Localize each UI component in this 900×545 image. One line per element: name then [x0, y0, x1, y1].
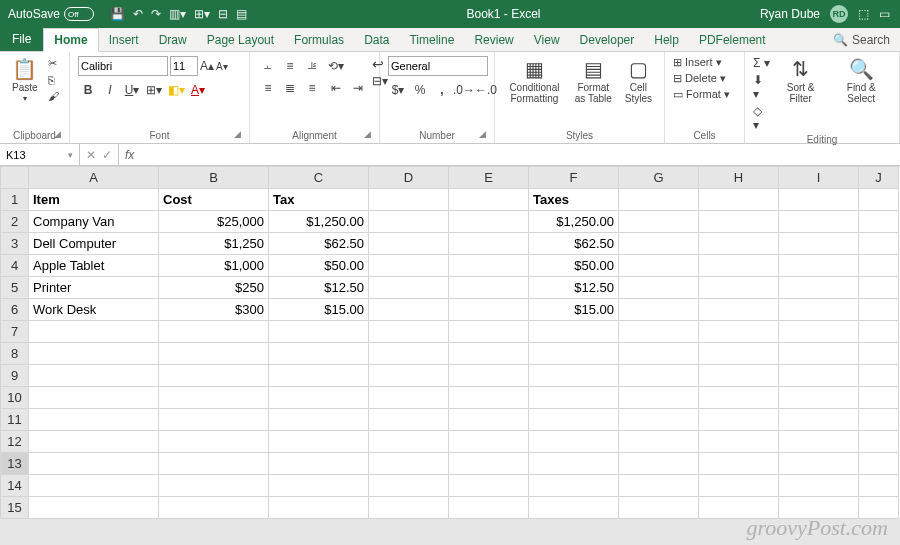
cell[interactable] — [29, 387, 159, 409]
cell[interactable]: $1,000 — [159, 255, 269, 277]
cell[interactable] — [529, 453, 619, 475]
fill-button[interactable]: ⬇ ▾ — [753, 73, 770, 101]
tab-draw[interactable]: Draw — [149, 29, 197, 51]
cell[interactable] — [619, 365, 699, 387]
column-header[interactable]: F — [529, 167, 619, 189]
cell[interactable] — [699, 211, 779, 233]
cell[interactable] — [29, 321, 159, 343]
cell[interactable]: $50.00 — [269, 255, 369, 277]
cell[interactable] — [529, 497, 619, 519]
autosum-button[interactable]: Σ ▾ — [753, 56, 770, 70]
cell-styles-button[interactable]: ▢Cell Styles — [621, 56, 656, 106]
paste-button[interactable]: 📋Paste▾ — [8, 56, 42, 106]
row-header[interactable]: 6 — [1, 299, 29, 321]
cell[interactable] — [269, 387, 369, 409]
cell[interactable] — [369, 431, 449, 453]
cell[interactable] — [699, 255, 779, 277]
row-header[interactable]: 7 — [1, 321, 29, 343]
align-top-icon[interactable]: ⫠ — [258, 56, 278, 76]
cell[interactable] — [369, 453, 449, 475]
qat-icon-3[interactable]: ⊟ — [218, 7, 228, 21]
fill-color-button[interactable]: ◧▾ — [166, 80, 186, 100]
cell[interactable] — [619, 255, 699, 277]
cut-icon[interactable]: ✂ — [46, 56, 61, 71]
cell[interactable] — [449, 409, 529, 431]
decrease-font-icon[interactable]: A▾ — [216, 61, 228, 72]
cell[interactable] — [529, 343, 619, 365]
row-header[interactable]: 1 — [1, 189, 29, 211]
cell[interactable] — [369, 233, 449, 255]
cell[interactable] — [369, 189, 449, 211]
cell[interactable] — [619, 321, 699, 343]
number-format-select[interactable] — [388, 56, 488, 76]
window-controls-icon[interactable]: ▭ — [879, 7, 890, 21]
format-as-table-button[interactable]: ▤Format as Table — [570, 56, 617, 106]
tab-formulas[interactable]: Formulas — [284, 29, 354, 51]
cell[interactable] — [449, 475, 529, 497]
column-header[interactable]: A — [29, 167, 159, 189]
cell[interactable] — [859, 475, 899, 497]
formula-input[interactable] — [140, 144, 900, 165]
cell[interactable] — [859, 497, 899, 519]
row-header[interactable]: 3 — [1, 233, 29, 255]
cell[interactable]: Dell Computer — [29, 233, 159, 255]
accounting-format-icon[interactable]: $▾ — [388, 80, 408, 100]
row-header[interactable]: 12 — [1, 431, 29, 453]
tab-page-layout[interactable]: Page Layout — [197, 29, 284, 51]
autosave-toggle[interactable]: AutoSave Off — [8, 7, 94, 21]
qat-icon-1[interactable]: ▥▾ — [169, 7, 186, 21]
cell[interactable] — [159, 453, 269, 475]
dialog-launcher-icon[interactable]: ◢ — [479, 129, 486, 139]
tab-view[interactable]: View — [524, 29, 570, 51]
cell[interactable] — [779, 387, 859, 409]
cell[interactable] — [269, 343, 369, 365]
cell[interactable] — [859, 387, 899, 409]
cell[interactable] — [29, 475, 159, 497]
cell[interactable] — [699, 475, 779, 497]
cell[interactable] — [779, 453, 859, 475]
user-avatar[interactable]: RD — [830, 5, 848, 23]
row-header[interactable]: 10 — [1, 387, 29, 409]
copy-icon[interactable]: ⎘ — [46, 73, 61, 87]
cell[interactable] — [779, 299, 859, 321]
percent-format-icon[interactable]: % — [410, 80, 430, 100]
cell[interactable] — [269, 475, 369, 497]
comma-format-icon[interactable]: , — [432, 80, 452, 100]
column-header[interactable]: D — [369, 167, 449, 189]
orientation-icon[interactable]: ⟲▾ — [326, 56, 346, 76]
cell[interactable] — [859, 431, 899, 453]
cell[interactable] — [369, 277, 449, 299]
cell[interactable]: $12.50 — [529, 277, 619, 299]
tab-home[interactable]: Home — [43, 28, 98, 52]
cell[interactable] — [449, 211, 529, 233]
cell[interactable] — [449, 189, 529, 211]
cell[interactable]: $1,250 — [159, 233, 269, 255]
column-header[interactable]: J — [859, 167, 899, 189]
cell[interactable] — [779, 189, 859, 211]
worksheet[interactable]: ABCDEFGHIJ1ItemCostTaxTaxes2Company Van$… — [0, 166, 900, 519]
cell[interactable] — [859, 299, 899, 321]
enter-formula-icon[interactable]: ✓ — [102, 148, 112, 162]
cell[interactable] — [619, 387, 699, 409]
tab-data[interactable]: Data — [354, 29, 399, 51]
cell[interactable]: Cost — [159, 189, 269, 211]
cell[interactable] — [449, 233, 529, 255]
align-right-icon[interactable]: ≡ — [302, 78, 322, 98]
column-header[interactable]: I — [779, 167, 859, 189]
cell[interactable] — [619, 431, 699, 453]
cell[interactable] — [369, 321, 449, 343]
cell[interactable] — [449, 365, 529, 387]
cell[interactable]: $25,000 — [159, 211, 269, 233]
cell[interactable] — [619, 497, 699, 519]
underline-button[interactable]: U▾ — [122, 80, 142, 100]
italic-button[interactable]: I — [100, 80, 120, 100]
align-left-icon[interactable]: ≡ — [258, 78, 278, 98]
cell[interactable] — [859, 277, 899, 299]
cell[interactable] — [449, 431, 529, 453]
cell[interactable] — [699, 189, 779, 211]
cell[interactable] — [449, 343, 529, 365]
cell[interactable] — [619, 409, 699, 431]
cell[interactable]: $62.50 — [269, 233, 369, 255]
cell[interactable] — [529, 431, 619, 453]
cell[interactable] — [699, 387, 779, 409]
